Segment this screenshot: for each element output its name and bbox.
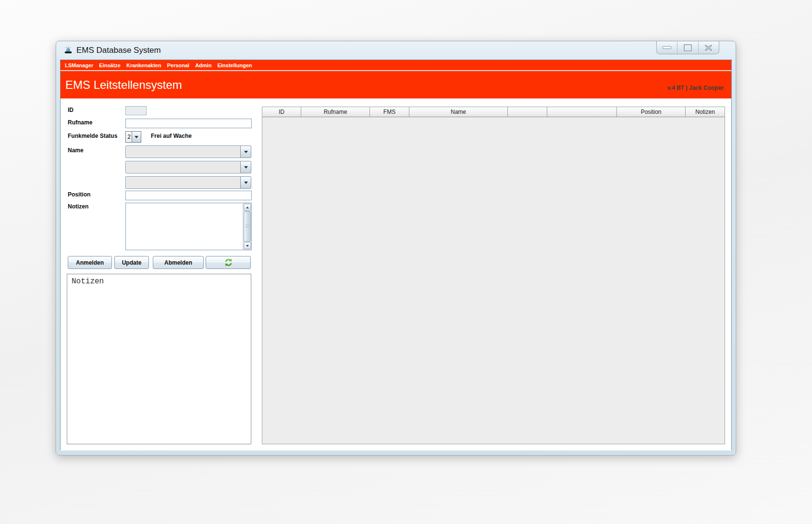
- update-button[interactable]: Update: [114, 256, 149, 269]
- triangle-glyph: [244, 151, 248, 153]
- chevron-down-icon[interactable]: [240, 146, 251, 158]
- column-header-empty-1[interactable]: [508, 107, 547, 117]
- close-icon: [705, 45, 712, 51]
- column-header-position[interactable]: Position: [617, 107, 686, 117]
- main-area: ID Rufname Funkmelde Status 2 Frei auf W…: [61, 98, 731, 451]
- abmelden-button[interactable]: Abmelden: [153, 256, 204, 269]
- triangle-glyph: [244, 182, 248, 184]
- name-label: Name: [68, 147, 84, 154]
- scroll-up-button[interactable]: [244, 204, 251, 211]
- minimize-button[interactable]: [657, 41, 677, 54]
- anmelden-button[interactable]: Anmelden: [68, 256, 112, 269]
- name-select-1[interactable]: [125, 146, 251, 158]
- menu-item-krankenakten[interactable]: Krankenakten: [123, 62, 164, 68]
- rufname-input[interactable]: [125, 119, 252, 128]
- page-title: EMS Leitstellensystem: [65, 78, 182, 92]
- close-button[interactable]: [698, 41, 719, 54]
- table-body: [262, 117, 725, 444]
- menu-item-einstellungen[interactable]: Einstellungen: [214, 62, 255, 68]
- menu-bar: LSManager Einsätze Krankenakten Personal…: [61, 60, 731, 70]
- chevron-down-icon[interactable]: [132, 132, 141, 142]
- column-header-notizen[interactable]: Notizen: [686, 107, 725, 117]
- id-field[interactable]: [125, 106, 147, 115]
- notes-display-panel[interactable]: Notizen: [67, 274, 251, 444]
- personnel-table: ID Rufname FMS Name Position Notizen: [262, 107, 725, 444]
- version-user-label: v.4 BT | Jack Cooper: [667, 85, 724, 91]
- maximize-icon: [684, 44, 692, 51]
- triangle-down-icon: [246, 245, 249, 247]
- refresh-button[interactable]: [206, 256, 251, 269]
- window-content: LSManager Einsätze Krankenakten Personal…: [60, 60, 732, 450]
- menu-item-einsaetze[interactable]: Einsätze: [96, 62, 123, 68]
- app-window: EMS Database System LSManager Einsätze K…: [56, 41, 736, 455]
- funkmelde-status-label: Funkmelde Status: [68, 133, 117, 139]
- beacon-icon: [64, 46, 72, 54]
- name-select-3[interactable]: [125, 176, 251, 189]
- menu-item-lsmanager[interactable]: LSManager: [62, 62, 96, 68]
- id-label: ID: [68, 107, 74, 113]
- app-header: EMS Leitstellensystem v.4 BT | Jack Coop…: [61, 71, 731, 98]
- menu-item-personal[interactable]: Personal: [164, 62, 192, 68]
- rufname-label: Rufname: [68, 119, 92, 126]
- scroll-down-button[interactable]: [244, 242, 251, 249]
- triangle-glyph: [244, 166, 248, 169]
- titlebar: EMS Database System: [56, 41, 736, 60]
- minimize-icon: [663, 46, 671, 49]
- menu-item-admin[interactable]: Admin: [192, 62, 214, 68]
- table-header-row: ID Rufname FMS Name Position Notizen: [262, 107, 725, 117]
- column-header-rufname[interactable]: Rufname: [301, 107, 370, 117]
- vertical-scrollbar[interactable]: [243, 203, 251, 250]
- chevron-down-icon[interactable]: [240, 177, 251, 188]
- position-label: Position: [68, 191, 90, 198]
- window-controls: [656, 41, 719, 54]
- column-header-name[interactable]: Name: [409, 107, 508, 117]
- refresh-icon: [224, 258, 233, 267]
- triangle-glyph: [135, 136, 138, 138]
- chevron-down-icon[interactable]: [240, 161, 251, 173]
- funkmelde-status-text: Frei auf Wache: [151, 133, 192, 139]
- column-header-fms[interactable]: FMS: [370, 107, 409, 117]
- notizen-textarea-wrap: [125, 203, 252, 250]
- notizen-textarea[interactable]: [126, 203, 243, 250]
- position-input[interactable]: [125, 191, 252, 200]
- notizen-label: Notizen: [68, 203, 88, 210]
- triangle-up-icon: [246, 207, 249, 208]
- funkmelde-status-select[interactable]: 2: [125, 131, 141, 143]
- window-title: EMS Database System: [76, 46, 161, 55]
- scrollbar-grip: [246, 225, 249, 229]
- scrollbar-thumb[interactable]: [244, 211, 251, 242]
- name-select-2[interactable]: [125, 161, 251, 173]
- column-header-id[interactable]: ID: [262, 107, 301, 117]
- column-header-empty-2[interactable]: [547, 107, 617, 117]
- maximize-button[interactable]: [677, 41, 698, 54]
